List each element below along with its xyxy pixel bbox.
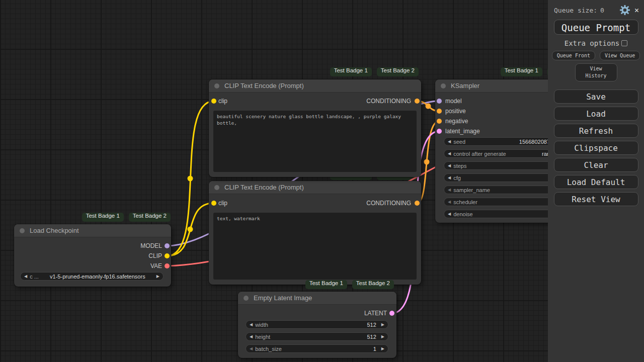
- input-label-clip: clip: [218, 98, 227, 105]
- collapse-dot-icon[interactable]: [20, 228, 25, 233]
- output-slot-vae[interactable]: [165, 263, 170, 268]
- widget-value: 1: [373, 346, 376, 352]
- node-titlebar[interactable]: KSampler: [435, 79, 564, 93]
- decrement-arrow-icon[interactable]: ◀: [448, 150, 451, 157]
- node-badge: Test Badge 2: [129, 213, 171, 222]
- node-badge: Test Badge 2: [352, 280, 394, 289]
- widget-label: steps: [453, 163, 466, 169]
- node-ksampler[interactable]: KSampler model positive negative latent_…: [435, 79, 564, 223]
- comfy-menu-panel: Queue size: 0 ✕ Queue Prompt Extra opti: [548, 0, 644, 362]
- width-number-widget[interactable]: ◀ width 512 ▶: [246, 320, 388, 329]
- menu-header: Queue size: 0 ✕: [548, 0, 644, 15]
- refresh-button[interactable]: Refresh: [554, 124, 638, 138]
- save-button[interactable]: Save: [554, 89, 638, 104]
- widget-value: 512: [367, 322, 376, 328]
- decrement-arrow-icon[interactable]: ◀: [250, 345, 253, 352]
- extra-options-checkbox[interactable]: [621, 40, 627, 46]
- prompt-textarea[interactable]: beautiful scenery nature glass bottle la…: [213, 111, 417, 172]
- prompt-textarea[interactable]: text, watermark: [213, 213, 417, 280]
- node-clip-text-encode-negative[interactable]: CLIP Text Encode (Prompt) clip CONDITION…: [209, 181, 421, 285]
- control-after-generate-combo[interactable]: ◀ control after generate ran: [444, 149, 561, 158]
- clear-button[interactable]: Clear: [554, 158, 638, 172]
- decrement-arrow-icon[interactable]: ◀: [448, 210, 451, 218]
- node-badge: Test Badge 1: [305, 280, 347, 289]
- output-slot-model[interactable]: [165, 243, 170, 248]
- load-default-button[interactable]: Load Default: [554, 175, 638, 189]
- output-label-clip: CLIP: [148, 252, 162, 259]
- batch-size-number-widget[interactable]: ◀ batch_size 1 ▶: [246, 344, 388, 353]
- increment-arrow-icon[interactable]: ▶: [156, 273, 159, 280]
- widget-label: width: [255, 322, 268, 328]
- close-icon[interactable]: ✕: [634, 6, 639, 15]
- decrement-arrow-icon[interactable]: ◀: [250, 321, 253, 328]
- input-slot-clip[interactable]: [211, 99, 216, 104]
- widget-label: seed: [453, 139, 465, 145]
- output-slot-clip[interactable]: [165, 253, 170, 258]
- input-slot-latent-image[interactable]: [437, 129, 442, 134]
- seed-number-widget[interactable]: ◀ seed 1566802087: [444, 137, 561, 146]
- queue-front-button[interactable]: Queue Front: [552, 51, 595, 60]
- node-titlebar[interactable]: Load Checkpoint: [14, 224, 171, 237]
- view-queue-button[interactable]: View Queue: [600, 51, 640, 60]
- input-slot-positive[interactable]: [437, 109, 442, 114]
- node-title: CLIP Text Encode (Prompt): [224, 184, 304, 191]
- input-label-latent-image: latent_image: [445, 128, 480, 135]
- node-titlebar[interactable]: CLIP Text Encode (Prompt): [209, 181, 421, 194]
- output-slot-latent[interactable]: [389, 311, 394, 316]
- steps-number-widget[interactable]: ◀ steps: [444, 161, 561, 170]
- collapse-dot-icon[interactable]: [214, 83, 219, 88]
- queue-prompt-button[interactable]: Queue Prompt: [554, 20, 638, 35]
- widget-label: c ...: [30, 274, 39, 280]
- output-label-conditioning: CONDITIONING: [366, 200, 411, 207]
- extra-options-label: Extra options: [565, 39, 620, 47]
- sampler-name-combo[interactable]: ◀ sampler_name: [444, 186, 561, 194]
- decrement-arrow-icon[interactable]: ◀: [448, 198, 451, 206]
- input-slot-model[interactable]: [437, 99, 442, 104]
- view-history-button[interactable]: View History: [575, 63, 617, 81]
- node-badge: Test Badge 2: [377, 67, 419, 76]
- collapse-dot-icon[interactable]: [244, 296, 249, 301]
- decrement-arrow-icon[interactable]: ◀: [250, 333, 253, 340]
- node-empty-latent-image[interactable]: Empty Latent Image LATENT ◀ width 512 ▶ …: [238, 292, 396, 358]
- node-titlebar[interactable]: CLIP Text Encode (Prompt): [209, 79, 421, 93]
- load-button[interactable]: Load: [554, 107, 638, 121]
- node-load-checkpoint[interactable]: Load Checkpoint MODEL CLIP VAE ◀ c ... v…: [14, 224, 171, 287]
- decrement-arrow-icon[interactable]: ◀: [448, 138, 451, 145]
- node-titlebar[interactable]: Empty Latent Image: [238, 292, 396, 305]
- queue-actions-row: Queue Front View Queue: [548, 51, 644, 60]
- input-label-model: model: [445, 98, 462, 105]
- queue-size-value: 0: [600, 7, 604, 14]
- cfg-number-widget[interactable]: ◀ cfg: [444, 173, 561, 182]
- widget-value: 512: [367, 334, 376, 340]
- collapse-dot-icon[interactable]: [441, 83, 446, 88]
- input-label-positive: positive: [445, 108, 466, 115]
- input-slot-clip[interactable]: [211, 201, 216, 206]
- output-label-conditioning: CONDITIONING: [366, 98, 411, 105]
- node-title: CLIP Text Encode (Prompt): [224, 82, 304, 89]
- output-slot-conditioning[interactable]: [415, 201, 420, 206]
- scheduler-combo[interactable]: ◀ scheduler: [444, 198, 561, 206]
- decrement-arrow-icon[interactable]: ◀: [448, 174, 451, 182]
- input-slot-negative[interactable]: [437, 119, 442, 124]
- height-number-widget[interactable]: ◀ height 512 ▶: [246, 332, 388, 341]
- settings-gear-icon[interactable]: [620, 5, 630, 15]
- node-clip-text-encode-positive[interactable]: CLIP Text Encode (Prompt) clip CONDITION…: [209, 79, 421, 177]
- increment-arrow-icon[interactable]: ▶: [381, 333, 384, 340]
- reset-view-button[interactable]: Reset View: [554, 192, 638, 206]
- denoise-number-widget[interactable]: ◀ denoise: [444, 210, 561, 218]
- widget-label: batch_size: [255, 346, 282, 352]
- clipspace-button[interactable]: Clipspace: [554, 141, 638, 155]
- decrement-arrow-icon[interactable]: ◀: [448, 186, 451, 194]
- decrement-arrow-icon[interactable]: ◀: [448, 162, 451, 169]
- extra-options-row: Extra options: [548, 39, 644, 47]
- increment-arrow-icon[interactable]: ▶: [381, 345, 384, 352]
- decrement-arrow-icon[interactable]: ◀: [24, 273, 27, 280]
- collapse-dot-icon[interactable]: [214, 185, 219, 190]
- output-slot-conditioning[interactable]: [415, 99, 420, 104]
- widget-label: scheduler: [453, 199, 477, 205]
- output-label-latent: LATENT: [364, 310, 387, 317]
- output-label-vae: VAE: [150, 262, 162, 269]
- node-graph-canvas[interactable]: Test Badge 1 Test Badge 2 CLIP Text Enco: [0, 0, 644, 362]
- increment-arrow-icon[interactable]: ▶: [381, 321, 384, 328]
- ckpt-name-combo[interactable]: ◀ c ... v1-5-pruned-emaonly-fp16.safeten…: [20, 272, 164, 281]
